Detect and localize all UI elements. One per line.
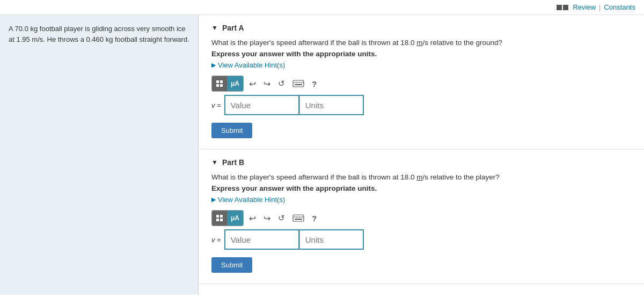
part-a-refresh-btn[interactable]: ↺ <box>276 76 287 91</box>
part-b-toolbar: μΑ ↩ ↪ ↺ ? <box>211 210 631 226</box>
part-b-hint-arrow: ▶ <box>211 196 216 203</box>
part-a-units-input[interactable] <box>299 95 364 115</box>
svg-rect-15 <box>220 219 223 221</box>
part-b-redo-btn[interactable]: ↪ <box>261 211 273 226</box>
part-a-undo-btn[interactable]: ↩ <box>247 76 258 91</box>
svg-rect-12 <box>216 215 219 218</box>
part-a-section: ▼ Part A What is the player's speed afte… <box>199 15 644 150</box>
part-a-answer-label: v = <box>211 101 221 109</box>
main-layout: A 70.0 kg football player is gliding acr… <box>0 15 644 295</box>
part-b-hint-label: View Available Hint(s) <box>218 196 285 204</box>
part-b-answer-label: v = <box>211 236 221 244</box>
part-a-value-input[interactable] <box>224 95 299 115</box>
top-bar: Review | Constants <box>0 0 644 15</box>
part-a-answer-row: v = <box>211 95 631 115</box>
part-a-hint-label: View Available Hint(s) <box>218 61 285 69</box>
part-b-help-btn[interactable]: ? <box>310 211 319 226</box>
part-b-title: Part B <box>222 158 244 167</box>
part-b-keyboard-btn[interactable] <box>290 211 306 226</box>
part-a-hint-arrow: ▶ <box>211 62 216 69</box>
part-a-help-btn[interactable]: ? <box>310 76 319 91</box>
part-a-toolbar: μΑ ↩ ↪ ↺ ? <box>211 76 631 92</box>
svg-rect-0 <box>216 80 219 83</box>
part-b-format-btn[interactable]: μΑ <box>227 211 243 226</box>
part-b-value-input[interactable] <box>224 229 299 250</box>
part-a-grid-btn[interactable] <box>212 76 227 91</box>
part-b-arrow: ▼ <box>211 159 218 166</box>
part-b-answer-row: v = <box>211 229 631 250</box>
separator: | <box>599 3 601 11</box>
part-a-redo-btn[interactable]: ↪ <box>261 76 273 91</box>
svg-rect-2 <box>216 84 219 87</box>
constants-link[interactable]: Constants <box>604 3 635 11</box>
part-b-btn-group: μΑ <box>211 210 244 226</box>
review-icon <box>557 5 568 10</box>
part-b-grid-btn[interactable] <box>212 211 227 226</box>
svg-rect-16 <box>293 215 304 221</box>
sidebar: A 70.0 kg football player is gliding acr… <box>0 15 199 295</box>
part-b-units-input[interactable] <box>299 229 364 250</box>
part-b-undo-btn[interactable]: ↩ <box>247 211 258 226</box>
part-b-refresh-btn[interactable]: ↺ <box>276 211 287 226</box>
part-b-section: ▼ Part B What is the player's speed afte… <box>199 150 644 284</box>
part-a-btn-group: μΑ <box>211 76 244 92</box>
content-area: ▼ Part A What is the player's speed afte… <box>199 15 644 295</box>
part-b-submit-button[interactable]: Submit <box>211 257 252 273</box>
part-a-format-btn[interactable]: μΑ <box>227 76 243 91</box>
svg-rect-4 <box>293 80 304 87</box>
svg-rect-1 <box>220 80 223 83</box>
top-bar-links: Review | Constants <box>557 3 635 11</box>
part-a-keyboard-btn[interactable] <box>290 76 306 91</box>
svg-rect-13 <box>220 215 223 218</box>
part-a-title: Part A <box>222 24 244 32</box>
part-a-arrow: ▼ <box>211 24 218 32</box>
svg-rect-3 <box>220 84 223 87</box>
part-b-question: What is the player's speed afterward if … <box>211 173 631 181</box>
part-a-submit-button[interactable]: Submit <box>211 123 252 138</box>
part-b-hint-link[interactable]: ▶ View Available Hint(s) <box>211 196 631 204</box>
part-a-hint-link[interactable]: ▶ View Available Hint(s) <box>211 61 631 69</box>
part-a-instruction: Express your answer with the appropriate… <box>211 50 631 58</box>
review-link[interactable]: Review <box>573 3 596 11</box>
part-b-header[interactable]: ▼ Part B <box>211 158 631 167</box>
part-b-instruction: Express your answer with the appropriate… <box>211 184 631 192</box>
part-a-header[interactable]: ▼ Part A <box>211 24 631 32</box>
svg-rect-14 <box>216 219 219 221</box>
part-a-question: What is the player's speed afterward if … <box>211 39 631 47</box>
problem-text: A 70.0 kg football player is gliding acr… <box>9 24 189 44</box>
